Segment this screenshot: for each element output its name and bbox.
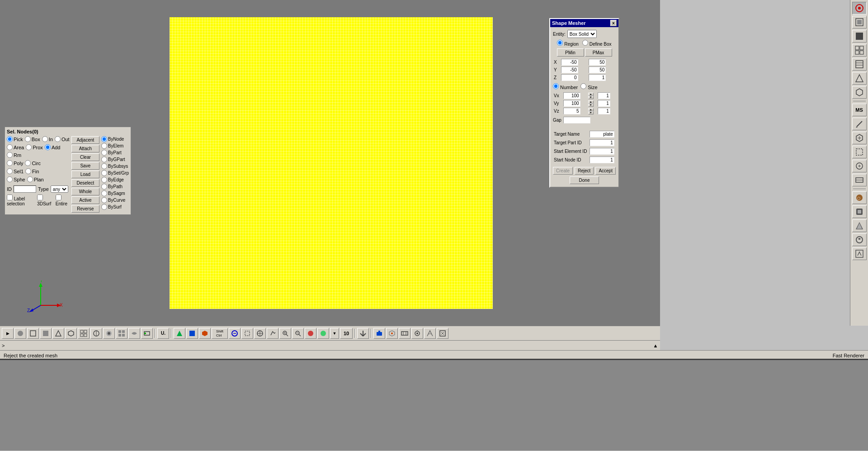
rt-toolbar-btn-3[interactable] <box>852 30 867 43</box>
vx-input[interactable] <box>563 92 580 99</box>
bt-btn-13[interactable] <box>186 328 198 339</box>
bysetgrp-radio[interactable]: BySet/Grp <box>101 170 129 176</box>
entity-select[interactable]: Box Solid <box>567 30 597 38</box>
reverse-button[interactable]: Reverse <box>71 205 99 213</box>
type-select[interactable]: any <box>51 185 68 193</box>
byelem-radio[interactable]: ByElem <box>101 143 129 149</box>
3dsurf-check[interactable]: 3DSurf <box>37 195 53 206</box>
rt-toolbar-btn-16[interactable] <box>852 247 867 260</box>
bycurve-radio[interactable]: ByCurve <box>101 197 129 203</box>
bt-number[interactable]: 10 <box>340 328 353 339</box>
bt-btn-14[interactable] <box>199 328 211 339</box>
rm-radio[interactable]: Rm <box>7 152 21 158</box>
poly-radio[interactable]: Poly <box>7 160 23 166</box>
vz-down[interactable]: ▼ <box>588 111 594 114</box>
define-box-radio[interactable]: Define Box <box>582 40 612 47</box>
bt-btn-15[interactable] <box>229 328 241 339</box>
circ-radio[interactable]: Circ <box>25 160 41 166</box>
rt-toolbar-btn-9[interactable] <box>852 146 867 158</box>
size-radio[interactable]: Size <box>580 83 597 90</box>
rt-toolbar-btn-11[interactable] <box>852 174 867 186</box>
vz-input[interactable] <box>563 108 580 114</box>
number-radio[interactable]: Number <box>553 83 578 90</box>
close-button[interactable]: × <box>610 20 617 26</box>
region-radio[interactable]: Region <box>557 40 578 47</box>
rt-toolbar-btn-2[interactable] <box>852 16 867 28</box>
start-element-id-input[interactable] <box>590 148 614 155</box>
accept-button[interactable]: Accept <box>595 167 616 175</box>
gap-input[interactable] <box>563 117 590 123</box>
bt-btn-10[interactable] <box>128 328 140 339</box>
byedge-radio[interactable]: ByEdge <box>101 177 129 183</box>
rt-toolbar-btn-6[interactable] <box>852 72 867 85</box>
in-radio[interactable]: In <box>42 136 53 142</box>
bt-btn-dropdown[interactable]: ▼ <box>330 328 339 339</box>
adjacent-button[interactable]: Adjacent <box>71 136 99 144</box>
bt-btn-11[interactable] <box>141 328 153 339</box>
bt-btn-25[interactable] <box>399 328 410 339</box>
bt-btn-24[interactable] <box>386 328 398 339</box>
rt-toolbar-btn-13[interactable] <box>852 205 867 218</box>
whole-button[interactable]: Whole <box>71 188 99 195</box>
vy-up[interactable]: ▲ <box>588 100 594 104</box>
plan-radio[interactable]: Plan <box>27 176 44 182</box>
bt-btn-21[interactable] <box>317 328 329 339</box>
clear-button[interactable]: Clear <box>71 153 99 161</box>
sel1-radio[interactable]: Sel1 <box>7 168 24 174</box>
bt-btn-28[interactable] <box>437 328 448 339</box>
active-button[interactable]: Active <box>71 196 99 204</box>
bt-btn-4[interactable] <box>52 328 64 339</box>
bt-btn-2[interactable] <box>27 328 39 339</box>
sphe-radio[interactable]: Sphe <box>7 176 25 182</box>
bt-btn-arrow[interactable]: ▶ <box>2 328 14 339</box>
pmax-button[interactable]: PMax <box>585 48 612 57</box>
bt-btn-8[interactable] <box>103 328 115 339</box>
rt-toolbar-btn-14[interactable] <box>852 219 867 232</box>
bysurf-radio[interactable]: BySurf <box>101 204 129 210</box>
x-pmin-input[interactable] <box>561 59 578 66</box>
bt-btn-shift[interactable]: ShiftCtrl <box>212 328 228 339</box>
bysubsys-radio[interactable]: BySubsys <box>101 163 129 169</box>
reject-button[interactable]: Reject <box>575 167 594 175</box>
bt-btn-20[interactable] <box>305 328 316 339</box>
bypart-radio[interactable]: ByPart <box>101 150 129 156</box>
bygpart-radio[interactable]: ByGPart <box>101 157 129 162</box>
rt-toolbar-btn-1[interactable] <box>852 2 867 14</box>
rt-toolbar-btn-12[interactable]: ⬡ <box>852 191 867 204</box>
save-button[interactable]: Save <box>71 162 99 170</box>
prox-radio[interactable]: Prox <box>26 144 43 150</box>
bt-btn-27[interactable] <box>424 328 436 339</box>
bt-btn-17[interactable] <box>254 328 266 339</box>
deselect-button[interactable]: Deselect <box>71 179 99 187</box>
vy-right-input[interactable] <box>598 100 610 107</box>
rt-toolbar-btn-5[interactable] <box>852 58 867 71</box>
box-radio[interactable]: Box <box>25 136 40 142</box>
bt-btn-6[interactable] <box>78 328 90 339</box>
z-pmax-input[interactable] <box>589 74 606 81</box>
x-pmax-input[interactable] <box>589 59 606 66</box>
rt-toolbar-btn-15[interactable] <box>852 233 867 246</box>
bysagm-radio[interactable]: BySagm <box>101 190 129 196</box>
target-name-input[interactable] <box>590 131 614 138</box>
bt-btn-u[interactable]: U. <box>157 328 169 339</box>
rt-toolbar-btn-pencil[interactable] <box>852 118 867 130</box>
bynode-radio[interactable]: ByNode <box>101 136 129 142</box>
vx-up[interactable]: ▲ <box>588 93 594 96</box>
vz-right-input[interactable] <box>598 108 610 114</box>
rt-toolbar-btn-10[interactable] <box>852 160 867 172</box>
add-radio[interactable]: Add <box>45 144 61 150</box>
vx-down[interactable]: ▼ <box>588 96 594 99</box>
panel-divider[interactable] <box>0 359 868 360</box>
done-button[interactable]: Done <box>570 176 599 184</box>
bt-btn-12[interactable] <box>174 328 185 339</box>
expand-arrow[interactable]: ▲ <box>651 341 660 351</box>
vz-up[interactable]: ▲ <box>588 108 594 111</box>
bt-btn-zoom[interactable] <box>279 328 291 339</box>
create-button[interactable]: Create <box>553 167 573 175</box>
start-node-id-input[interactable] <box>590 157 614 163</box>
bypath-radio[interactable]: ByPath <box>101 184 129 190</box>
y-pmin-input[interactable] <box>561 66 578 73</box>
id-input[interactable] <box>14 185 36 193</box>
rt-toolbar-btn-7[interactable] <box>852 86 867 99</box>
rt-toolbar-btn-ms[interactable]: MS <box>852 104 867 116</box>
